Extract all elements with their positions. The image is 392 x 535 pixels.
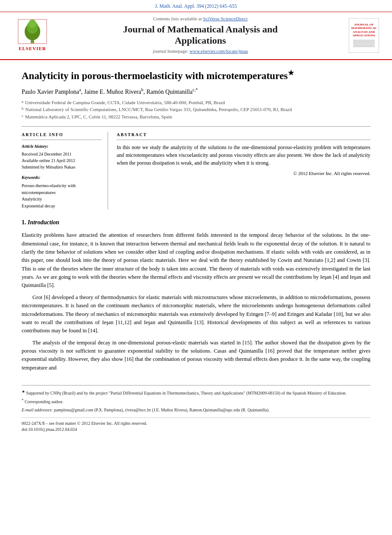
elsevier-tree-icon [17,19,48,45]
copyright-notice: © 2012 Elsevier Inc. All rights reserved… [117,170,370,177]
affil-1-sup: a [22,99,23,106]
section-1-label: Introduction [28,219,59,226]
available-online: Available online 21 April 2012 [22,157,102,164]
affil-1-text: Universidade Federal de Campina Grande, … [25,99,225,106]
affiliation-1: a Universidade Federal de Campina Grande… [22,99,370,106]
svg-point-3 [29,19,36,28]
footnote-1-text: Supported by CNPq (Brazil) and by the pr… [26,391,347,395]
section-1-number: 1. [22,219,26,226]
received-date: Received 24 December 2011 [22,151,102,157]
history-label: Article history: [22,143,102,150]
journal-header: ELSEVIER Contents lists available at Sci… [0,12,392,61]
intro-paragraph-3: The analysis of the temporal decay in on… [22,339,370,373]
keyword-1: Porous-thermo-elasticity with microtempe… [22,182,102,196]
footnote-1: ★ Supported by CNPq (Brazil) and by the … [22,389,370,396]
journal-title: Journal of Mathematical Analysis andAppl… [57,24,344,47]
affil-3-sup: c [22,113,23,121]
authors-line: Paulo Xavier Pamplonaa, Jaime E. Muñoz R… [22,87,370,96]
footnote-2-text: Corresponding author. [25,400,63,404]
abstract-text: In this note we study the analyticity of… [117,143,370,167]
article-title: Analyticity in porous-thermoelasticity w… [22,69,370,83]
intro-paragraph-1: Elasticity problems have attracted the a… [22,231,370,290]
email-addresses: pamplona@gmail.com (P.X. Pamplona), rive… [54,408,270,412]
keywords-section: Keywords: Porous-thermo-elasticity with … [22,175,102,210]
affiliation-2: b National Laboratory of Scientific Comp… [22,106,370,113]
author-2: Jaime E. Muñoz Rivera [84,89,141,95]
homepage-label: journal homepage: [153,48,188,54]
keywords-label: Keywords: [22,175,102,181]
journal-thumbnail: Journal ofMathematicalAnalysis andApplic… [349,18,379,53]
footnotes-area: ★ Supported by CNPq (Brazil) and by the … [22,385,370,413]
main-content: Analyticity in porous-thermoelasticity w… [0,60,392,446]
journal-citation-text: J. Math. Anal. Appl. 394 (2012) 645–655 [155,3,237,9]
thumb-decoration [353,39,375,48]
affil-2-sup: b [22,106,24,113]
section-1-title: 1. Introduction [22,218,370,227]
footer-info: 0022-247X/$ – see front matter © 2012 El… [22,417,370,433]
journal-homepage: journal homepage: www.elsevier.com/locat… [57,48,344,55]
sciverse-line: Contents lists available at SciVerse Sci… [57,16,344,22]
email-label: E-mail addresses: [22,408,53,412]
author-3: Ramón Quintanilla [147,89,193,95]
journal-citation-bar: J. Math. Anal. Appl. 394 (2012) 645–655 [0,0,392,12]
affil-2-text: National Laboratory of Scientific Comput… [25,106,292,113]
abstract-column: Abstract In this note we study the analy… [117,132,370,210]
affiliations: a Universidade Federal de Campina Grande… [22,99,370,121]
footnote-1-star: ★ [22,389,25,394]
article-info-column: Article Info Article history: Received 2… [22,132,108,210]
intro-paragraph-2: Grot [6] developed a theory of thermodyn… [22,293,370,335]
footnote-2: * Corresponding author. [22,398,370,405]
submitted-by: Submitted by Mitsuhiro Nakao [22,164,102,170]
affiliation-3: c Matemàtica Aplicada 2, UPC, C. Colón 1… [22,113,370,121]
abstract-heading: Abstract [117,132,370,140]
title-footnote-star: ★ [288,69,294,76]
keyword-2: Analyticity [22,196,102,203]
journal-header-center: Contents lists available at SciVerse Sci… [57,16,344,55]
article-title-text: Analyticity in porous-thermoelasticity w… [22,70,288,81]
author-1-sup: a [79,87,81,92]
sciverse-prefix-text: Contents lists available at [153,16,202,21]
keyword-3: Exponential decay [22,203,102,210]
footnote-email: E-mail addresses: pamplona@gmail.com (P.… [22,407,370,413]
elsevier-logo: ELSEVIER [13,19,52,52]
affil-3-text: Matemàtica Aplicada 2, UPC, C. Colón 11,… [25,113,172,121]
homepage-url[interactable]: www.elsevier.com/locate/jmaa [190,48,248,54]
issn-line: 0022-247X/$ – see front matter © 2012 El… [22,420,370,427]
author-3-sup: c,* [193,87,198,92]
footnote-2-star: * [22,398,24,402]
author-2-sup: b [141,87,143,92]
article-history: Article history: Received 24 December 20… [22,143,102,171]
article-info-heading: Article Info [22,132,102,140]
author-1: Paulo Xavier Pamplona [22,89,79,95]
sciverse-link[interactable]: SciVerse ScienceDirect [203,16,248,21]
thumb-title: Journal ofMathematicalAnalysis andApplic… [351,23,376,38]
article-info-abstract-section: Article Info Article history: Received 2… [22,126,370,210]
elsevier-wordmark: ELSEVIER [19,45,46,52]
doi-line: doi:10.1016/j.jmaa.2012.04.024 [22,427,370,433]
